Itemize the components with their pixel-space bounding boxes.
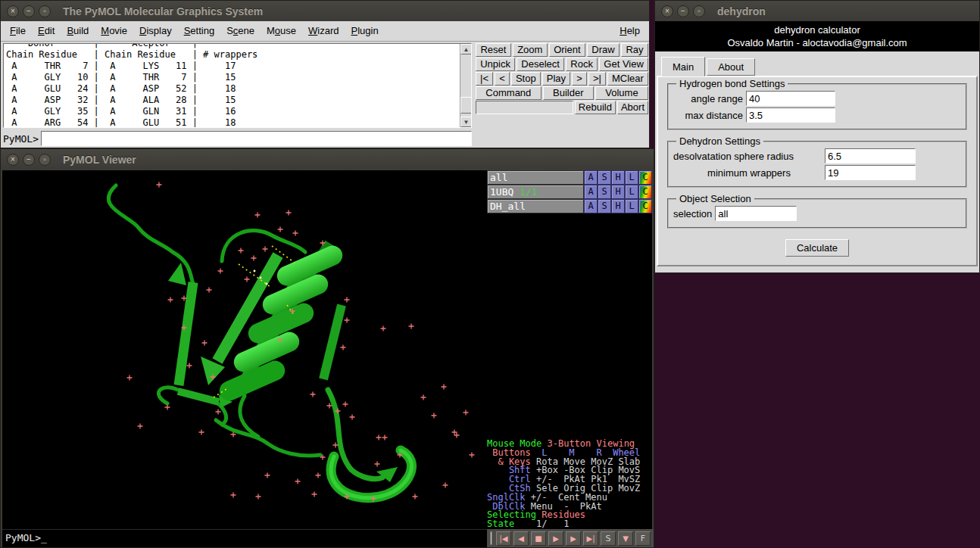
water-cross [265, 473, 270, 478]
close-icon[interactable]: × [661, 5, 673, 17]
--button[interactable]: |< [476, 72, 493, 86]
stop-button[interactable]: ■ [531, 531, 546, 546]
object-c-button[interactable]: C [638, 170, 652, 185]
orient-button[interactable]: Orient [549, 43, 585, 57]
object-c-button[interactable]: C [638, 199, 652, 213]
object-c-button[interactable]: C [638, 185, 652, 199]
frame-button[interactable]: F [635, 531, 651, 546]
water-cross [421, 395, 426, 400]
rebuild-button[interactable]: Rebuild [575, 101, 616, 114]
max-distance-input[interactable] [746, 107, 835, 123]
menu-file[interactable]: File [4, 25, 32, 36]
object-name[interactable]: all [487, 170, 584, 185]
object-a-button[interactable]: A [584, 170, 598, 185]
drag-grip[interactable] [490, 531, 492, 545]
mclear-button[interactable]: MClear [607, 72, 648, 86]
object-name[interactable]: 1UBQ 1/1 [487, 185, 584, 199]
calculate-button[interactable]: Calculate [785, 239, 849, 257]
menu-display[interactable]: Display [133, 25, 178, 36]
menu-help[interactable]: Help [613, 21, 646, 41]
object-a-button[interactable]: A [584, 199, 598, 213]
sphere-radius-input[interactable] [825, 148, 916, 163]
abort-button[interactable]: Abort [617, 101, 648, 114]
main-titlebar[interactable]: × − ▫ The PyMOL Molecular Graphics Syste… [1, 1, 649, 21]
control-button-panel: ResetZoomOrientDrawRay UnpickDeselectRoc… [476, 43, 648, 115]
menu-scene[interactable]: Scene [220, 25, 261, 36]
close-icon[interactable]: × [7, 5, 19, 17]
viewer-command-line[interactable]: PyMOL>_ [2, 529, 487, 547]
matrix-text: 1/ 1 [514, 518, 569, 529]
play-button[interactable]: ▶ [548, 531, 563, 546]
--button[interactable]: > [572, 72, 587, 86]
deselect-button[interactable]: Deselect [517, 58, 564, 71]
play-button[interactable]: Play [542, 72, 570, 86]
output-log[interactable]: Donor | Accptor | Chain Residue | Chain … [3, 43, 472, 128]
tab-main[interactable]: Main [661, 57, 705, 76]
tab-about[interactable]: About [707, 58, 755, 76]
maximize-icon[interactable]: ▫ [693, 5, 705, 17]
builder-button[interactable]: Builder [543, 86, 594, 100]
selection-input[interactable] [715, 206, 797, 221]
menu-plugin[interactable]: Plugin [345, 25, 385, 36]
min-wrappers-input[interactable] [825, 165, 916, 180]
object-s-button[interactable]: S [598, 185, 611, 199]
object-s-button[interactable]: S [598, 199, 611, 213]
viewer-titlebar[interactable]: × − ▫ PyMOL Viewer [1, 149, 654, 170]
minimize-icon[interactable]: − [23, 5, 35, 17]
menu-setting[interactable]: Setting [178, 25, 220, 36]
object-h-button[interactable]: H [611, 170, 625, 185]
water-cross [343, 402, 348, 407]
object-l-button[interactable]: L [625, 170, 638, 185]
reset-button[interactable]: Reset [476, 43, 511, 57]
object-h-button[interactable]: H [611, 199, 625, 213]
close-icon[interactable]: × [7, 154, 19, 166]
minimize-icon[interactable]: − [677, 5, 689, 17]
scene-button[interactable]: S [601, 531, 616, 546]
get-view-button[interactable]: Get View [599, 58, 648, 71]
button-row-5: RebuildAbort [476, 101, 648, 114]
minimize-icon[interactable]: − [23, 154, 35, 166]
go-to-end-button[interactable]: ▶| [583, 531, 598, 546]
step-back-button[interactable]: ◀ [513, 531, 529, 546]
object-l-button[interactable]: L [625, 199, 638, 213]
forward-button[interactable]: ▶ [566, 531, 581, 546]
button-row-2: UnpickDeselectRockGet View [476, 58, 648, 71]
maximize-icon[interactable]: ▫ [39, 5, 51, 17]
draw-button[interactable]: Draw [587, 43, 620, 57]
stop-button[interactable]: Stop [511, 72, 541, 86]
object-name[interactable]: DH_all [487, 199, 584, 213]
rock-button[interactable]: Rock [566, 58, 598, 71]
scroll-up-icon[interactable]: ▲ [460, 44, 472, 54]
menu-movie[interactable]: Movie [95, 25, 133, 36]
scroll-down-icon[interactable]: ▼ [460, 117, 472, 127]
object-h-button[interactable]: H [611, 185, 625, 199]
go-to-start-button[interactable]: |◀ [496, 531, 511, 546]
menu-edit[interactable]: Edit [32, 25, 61, 36]
ray-button[interactable]: Ray [621, 43, 648, 57]
command-input[interactable] [41, 131, 472, 146]
--button[interactable]: >| [588, 72, 606, 86]
menu-build[interactable]: Build [61, 25, 95, 36]
object-s-button[interactable]: S [598, 170, 611, 185]
command-button[interactable]: Command [476, 86, 541, 100]
output-scrollbar[interactable]: ▲ ▼ [460, 44, 471, 127]
object-l-button[interactable]: L [625, 185, 638, 199]
fullscreen-toggle-button[interactable]: ▼ [618, 531, 633, 546]
dehydron-titlebar[interactable]: × − ▫ dehydron [655, 1, 979, 21]
menu-mouse[interactable]: Mouse [261, 25, 302, 36]
water-cross [311, 392, 316, 397]
zoom-button[interactable]: Zoom [513, 43, 548, 57]
water-cross [350, 415, 355, 420]
molecule-3d-viewport[interactable] [2, 170, 487, 529]
object-row: allASHLC [487, 170, 652, 185]
unpick-button[interactable]: Unpick [476, 58, 515, 71]
volume-button[interactable]: Volume [595, 86, 648, 100]
output-table-row: A THR 7 | A LYS 11 | 17 [4, 61, 471, 72]
object-a-button[interactable]: A [584, 185, 598, 199]
angle-range-label: angle range [673, 93, 743, 104]
menu-wizard[interactable]: Wizard [302, 25, 345, 36]
angle-range-input[interactable] [746, 91, 835, 106]
--button[interactable]: < [495, 72, 510, 86]
scrollbar-thumb[interactable] [460, 97, 472, 114]
maximize-icon[interactable]: ▫ [39, 154, 51, 166]
